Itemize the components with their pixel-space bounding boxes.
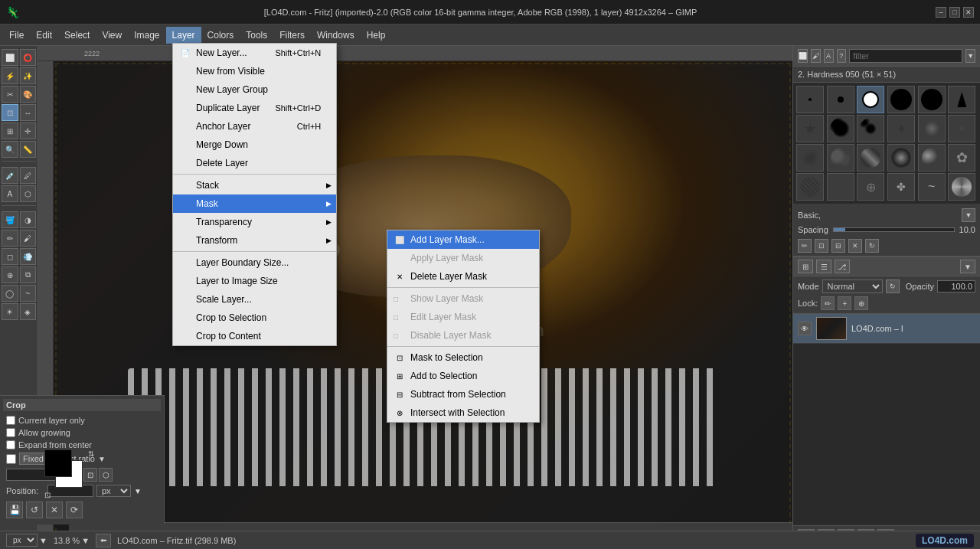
- menu-intersect-with-selection[interactable]: ⊗ Intersect with Selection: [387, 404, 539, 422]
- menu-merge-down[interactable]: Merge Down: [173, 136, 336, 154]
- tool-clone[interactable]: ⧉: [20, 266, 37, 283]
- menu-layer-boundary-size[interactable]: Layer Boundary Size...: [173, 253, 336, 272]
- tool-measure[interactable]: 📏: [20, 141, 37, 158]
- brush-filter-input[interactable]: [849, 49, 962, 63]
- brush-cell[interactable]: [918, 86, 946, 113]
- tool-options-delete-btn[interactable]: ✕: [46, 502, 63, 518]
- tool-airbrush[interactable]: 💨: [20, 248, 37, 265]
- brush-cell[interactable]: [827, 173, 854, 201]
- menu-add-layer-mask[interactable]: ⬜ Add Layer Mask...: [387, 230, 539, 249]
- brush-cell-selected[interactable]: [857, 86, 884, 113]
- tool-smudge[interactable]: ~: [20, 285, 37, 302]
- minimize-button[interactable]: –: [936, 7, 946, 18]
- brush-panel-icon-4[interactable]: ?: [837, 49, 847, 63]
- menu-colors[interactable]: Colors: [201, 27, 240, 44]
- status-unit-select[interactable]: px: [6, 534, 38, 547]
- brush-copy-btn[interactable]: ⊡: [815, 239, 828, 253]
- tool-scissors[interactable]: ✂: [2, 86, 18, 103]
- menu-disable-layer-mask[interactable]: □ Disable Layer Mask: [387, 326, 539, 345]
- brush-cell[interactable]: [887, 144, 915, 172]
- menu-image[interactable]: Image: [128, 27, 165, 44]
- layer-visibility-toggle[interactable]: 👁: [798, 322, 812, 335]
- lock-alpha-btn[interactable]: +: [838, 296, 851, 310]
- menu-delete-layer[interactable]: Delete Layer: [173, 154, 336, 172]
- tool-rect-select[interactable]: ⬜: [2, 49, 18, 66]
- menu-transparency[interactable]: Transparency: [173, 213, 336, 231]
- tool-transform[interactable]: ↔: [20, 104, 37, 121]
- tool-free-select[interactable]: ⚡: [2, 67, 18, 84]
- tool-crop[interactable]: ⊡: [2, 104, 18, 121]
- brush-panel-icon-3[interactable]: A: [824, 49, 834, 63]
- current-layer-checkbox[interactable]: [6, 416, 15, 425]
- brush-paste-btn[interactable]: ⊟: [831, 239, 845, 253]
- brush-cell[interactable]: [827, 115, 854, 142]
- menu-subtract-from-selection[interactable]: ⊟ Subtract from Selection: [387, 385, 539, 404]
- menu-apply-layer-mask[interactable]: Apply Layer Mask: [387, 249, 539, 267]
- brush-panel-icon-1[interactable]: ⬜: [798, 49, 808, 63]
- brush-panel-expand[interactable]: ▼: [965, 49, 975, 63]
- menu-scale-layer[interactable]: Scale Layer...: [173, 290, 336, 309]
- brush-edit-btn[interactable]: ✏: [798, 239, 812, 253]
- foreground-color-swatch[interactable]: [44, 449, 72, 477]
- fixed-checkbox[interactable]: [6, 454, 16, 464]
- unit-dropdown-icon[interactable]: ▼: [134, 487, 142, 495]
- tool-paintbrush[interactable]: 🖌: [20, 230, 37, 247]
- zoom-dropdown-icon[interactable]: ▼: [81, 536, 90, 545]
- tool-align[interactable]: ⊞: [2, 123, 18, 139]
- brush-cell[interactable]: [857, 144, 884, 172]
- layers-panel-expand[interactable]: ▼: [960, 260, 975, 273]
- brush-cell[interactable]: ★: [796, 115, 824, 142]
- tool-dodge[interactable]: ☀: [2, 303, 18, 320]
- size-paste-btn[interactable]: ⬡: [99, 468, 113, 482]
- lock-position-btn[interactable]: ⊕: [854, 296, 868, 310]
- tool-fill[interactable]: 🪣: [2, 211, 18, 228]
- tool-by-color[interactable]: 🎨: [20, 86, 37, 103]
- brush-cell[interactable]: [796, 144, 824, 172]
- reset-colors-btn[interactable]: ⊡: [44, 491, 51, 499]
- tool-fuzzy-select[interactable]: ✨: [20, 67, 37, 84]
- menu-show-layer-mask[interactable]: □ Show Layer Mask: [387, 289, 539, 308]
- close-button[interactable]: ✕: [963, 7, 974, 18]
- tool-ellipse-select[interactable]: ⭕: [20, 49, 37, 66]
- brush-cell[interactable]: ✿: [948, 144, 975, 172]
- tool-text[interactable]: A: [2, 185, 18, 202]
- menu-delete-layer-mask[interactable]: ✕ Delete Layer Mask: [387, 267, 539, 286]
- channels-tab-icon[interactable]: ☰: [816, 260, 831, 273]
- layer-row[interactable]: 👁 LO4D.com – I: [793, 314, 980, 344]
- lock-pixels-btn[interactable]: ✏: [821, 296, 835, 310]
- menu-filters[interactable]: Filters: [273, 27, 311, 44]
- aspect-ratio-dropdown-icon[interactable]: ▼: [98, 455, 106, 463]
- tool-move[interactable]: ✛: [20, 123, 37, 139]
- tool-zoom[interactable]: 🔍: [2, 141, 18, 158]
- brush-delete-btn[interactable]: ✕: [848, 239, 862, 253]
- tool-color-picker[interactable]: 💉: [2, 167, 18, 184]
- brush-refresh-btn[interactable]: ↻: [865, 239, 879, 253]
- status-unit-dropdown[interactable]: ▼: [39, 536, 47, 545]
- tool-blur[interactable]: ◯: [2, 285, 18, 302]
- tool-options-save-btn[interactable]: 💾: [6, 502, 23, 518]
- menu-select[interactable]: Select: [58, 27, 96, 44]
- tool-blend[interactable]: ◑: [20, 211, 37, 228]
- brush-cell[interactable]: [887, 86, 915, 113]
- brush-cell[interactable]: ⊕: [857, 173, 884, 201]
- nav-prev-btn[interactable]: ⬅: [96, 534, 111, 547]
- menu-new-layer[interactable]: 📄 New Layer... Shift+Ctrl+N: [173, 44, 336, 62]
- menu-view[interactable]: View: [96, 27, 128, 44]
- menu-help[interactable]: Help: [361, 27, 392, 44]
- brush-cell[interactable]: [827, 86, 854, 113]
- menu-layer[interactable]: Layer: [166, 27, 201, 44]
- menu-transform[interactable]: Transform: [173, 231, 336, 250]
- brush-cell[interactable]: [796, 173, 824, 201]
- expand-center-checkbox[interactable]: [6, 440, 15, 449]
- menu-stack[interactable]: Stack: [173, 176, 336, 194]
- menu-tools[interactable]: Tools: [240, 27, 273, 44]
- menu-crop-to-selection[interactable]: Crop to Selection: [173, 309, 336, 327]
- menu-duplicate-layer[interactable]: Duplicate Layer Shift+Ctrl+D: [173, 99, 336, 117]
- menu-mask-to-selection[interactable]: ⊡ Mask to Selection: [387, 348, 539, 367]
- tool-pencil[interactable]: ✏: [2, 230, 18, 247]
- maximize-button[interactable]: □: [949, 7, 960, 18]
- brush-cell[interactable]: ✤: [887, 173, 915, 201]
- opacity-input[interactable]: 100.0: [937, 280, 975, 292]
- brush-panel-icon-2[interactable]: 🖌: [811, 49, 821, 63]
- menu-anchor-layer[interactable]: Anchor Layer Ctrl+H: [173, 117, 336, 136]
